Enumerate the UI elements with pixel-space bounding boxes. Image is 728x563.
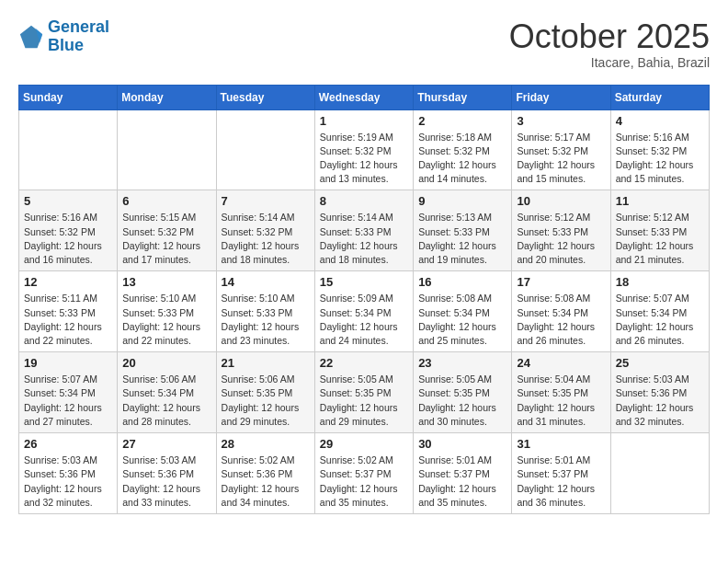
month-title: October 2025 [509,18,710,55]
calendar-cell: 22Sunrise: 5:05 AM Sunset: 5:35 PM Dayli… [314,352,413,433]
calendar-cell [610,433,709,514]
calendar-cell: 11Sunrise: 5:12 AM Sunset: 5:33 PM Dayli… [610,190,709,271]
calendar-cell: 1Sunrise: 5:19 AM Sunset: 5:32 PM Daylig… [314,109,413,190]
weekday-header-row: SundayMondayTuesdayWednesdayThursdayFrid… [19,85,710,109]
location: Itacare, Bahia, Brazil [509,55,710,70]
calendar-cell: 3Sunrise: 5:17 AM Sunset: 5:32 PM Daylig… [512,109,610,190]
weekday-header: Monday [118,85,216,109]
calendar-cell: 5Sunrise: 5:16 AM Sunset: 5:32 PM Daylig… [19,190,118,271]
day-info: Sunrise: 5:03 AM Sunset: 5:36 PM Dayligh… [24,454,112,510]
calendar-cell: 10Sunrise: 5:12 AM Sunset: 5:33 PM Dayli… [512,190,610,271]
calendar-cell: 30Sunrise: 5:01 AM Sunset: 5:37 PM Dayli… [414,433,512,514]
calendar-table: SundayMondayTuesdayWednesdayThursdayFrid… [18,85,710,514]
day-info: Sunrise: 5:05 AM Sunset: 5:35 PM Dayligh… [418,373,506,429]
day-info: Sunrise: 5:01 AM Sunset: 5:37 PM Dayligh… [418,454,506,510]
calendar-cell: 15Sunrise: 5:09 AM Sunset: 5:34 PM Dayli… [314,271,413,352]
logo: General Blue [18,18,109,55]
day-info: Sunrise: 5:06 AM Sunset: 5:35 PM Dayligh… [222,373,310,429]
day-info: Sunrise: 5:10 AM Sunset: 5:33 PM Dayligh… [222,292,310,348]
day-info: Sunrise: 5:19 AM Sunset: 5:32 PM Dayligh… [320,131,408,187]
calendar-week-row: 1Sunrise: 5:19 AM Sunset: 5:32 PM Daylig… [19,109,710,190]
day-info: Sunrise: 5:12 AM Sunset: 5:33 PM Dayligh… [616,211,704,267]
day-number: 11 [616,194,704,208]
day-number: 6 [122,194,210,208]
day-number: 20 [122,356,210,370]
calendar-week-row: 26Sunrise: 5:03 AM Sunset: 5:36 PM Dayli… [19,433,710,514]
day-number: 15 [320,275,408,289]
calendar-cell: 17Sunrise: 5:08 AM Sunset: 5:34 PM Dayli… [512,271,610,352]
day-info: Sunrise: 5:14 AM Sunset: 5:33 PM Dayligh… [320,211,408,267]
day-info: Sunrise: 5:07 AM Sunset: 5:34 PM Dayligh… [24,373,112,429]
calendar-cell: 14Sunrise: 5:10 AM Sunset: 5:33 PM Dayli… [216,271,314,352]
day-info: Sunrise: 5:06 AM Sunset: 5:34 PM Dayligh… [122,373,210,429]
day-info: Sunrise: 5:03 AM Sunset: 5:36 PM Dayligh… [122,454,210,510]
day-info: Sunrise: 5:13 AM Sunset: 5:33 PM Dayligh… [418,211,506,267]
day-number: 12 [24,275,112,289]
calendar-cell: 23Sunrise: 5:05 AM Sunset: 5:35 PM Dayli… [414,352,512,433]
day-info: Sunrise: 5:07 AM Sunset: 5:34 PM Dayligh… [616,292,704,348]
day-number: 23 [418,356,506,370]
day-number: 14 [222,275,310,289]
day-info: Sunrise: 5:10 AM Sunset: 5:33 PM Dayligh… [122,292,210,348]
day-info: Sunrise: 5:12 AM Sunset: 5:33 PM Dayligh… [517,211,605,267]
calendar-cell: 24Sunrise: 5:04 AM Sunset: 5:35 PM Dayli… [512,352,610,433]
day-number: 30 [418,437,506,451]
day-number: 27 [122,437,210,451]
calendar-cell: 9Sunrise: 5:13 AM Sunset: 5:33 PM Daylig… [414,190,512,271]
calendar-cell [118,109,216,190]
title-block: October 2025 Itacare, Bahia, Brazil [509,18,710,70]
day-info: Sunrise: 5:11 AM Sunset: 5:33 PM Dayligh… [24,292,112,348]
weekday-header: Saturday [610,85,709,109]
calendar-cell: 6Sunrise: 5:15 AM Sunset: 5:32 PM Daylig… [118,190,216,271]
day-info: Sunrise: 5:08 AM Sunset: 5:34 PM Dayligh… [517,292,605,348]
calendar-cell [19,109,118,190]
day-number: 3 [517,114,605,128]
weekday-header: Wednesday [314,85,413,109]
calendar-cell: 12Sunrise: 5:11 AM Sunset: 5:33 PM Dayli… [19,271,118,352]
day-number: 18 [616,275,704,289]
day-info: Sunrise: 5:08 AM Sunset: 5:34 PM Dayligh… [418,292,506,348]
day-info: Sunrise: 5:04 AM Sunset: 5:35 PM Dayligh… [517,373,605,429]
calendar-cell: 8Sunrise: 5:14 AM Sunset: 5:33 PM Daylig… [314,190,413,271]
day-number: 10 [517,194,605,208]
day-number: 31 [517,437,605,451]
day-number: 28 [222,437,310,451]
day-info: Sunrise: 5:05 AM Sunset: 5:35 PM Dayligh… [320,373,408,429]
calendar-cell: 29Sunrise: 5:02 AM Sunset: 5:37 PM Dayli… [314,433,413,514]
calendar-cell [216,109,314,190]
day-number: 19 [24,356,112,370]
day-number: 1 [320,114,408,128]
calendar-cell: 27Sunrise: 5:03 AM Sunset: 5:36 PM Dayli… [118,433,216,514]
day-info: Sunrise: 5:15 AM Sunset: 5:32 PM Dayligh… [122,211,210,267]
day-number: 5 [24,194,112,208]
day-info: Sunrise: 5:02 AM Sunset: 5:37 PM Dayligh… [320,454,408,510]
calendar-cell: 26Sunrise: 5:03 AM Sunset: 5:36 PM Dayli… [19,433,118,514]
day-number: 8 [320,194,408,208]
calendar-cell: 2Sunrise: 5:18 AM Sunset: 5:32 PM Daylig… [414,109,512,190]
day-info: Sunrise: 5:16 AM Sunset: 5:32 PM Dayligh… [24,211,112,267]
logo-icon [18,24,44,50]
calendar-week-row: 19Sunrise: 5:07 AM Sunset: 5:34 PM Dayli… [19,352,710,433]
day-number: 25 [616,356,704,370]
calendar-cell: 31Sunrise: 5:01 AM Sunset: 5:37 PM Dayli… [512,433,610,514]
day-info: Sunrise: 5:16 AM Sunset: 5:32 PM Dayligh… [616,131,704,187]
day-number: 21 [222,356,310,370]
calendar-header: SundayMondayTuesdayWednesdayThursdayFrid… [19,85,710,109]
logo-text: General Blue [48,18,109,55]
calendar-cell: 7Sunrise: 5:14 AM Sunset: 5:32 PM Daylig… [216,190,314,271]
calendar-cell: 21Sunrise: 5:06 AM Sunset: 5:35 PM Dayli… [216,352,314,433]
day-number: 22 [320,356,408,370]
weekday-header: Friday [512,85,610,109]
calendar-cell: 16Sunrise: 5:08 AM Sunset: 5:34 PM Dayli… [414,271,512,352]
day-number: 4 [616,114,704,128]
day-info: Sunrise: 5:17 AM Sunset: 5:32 PM Dayligh… [517,131,605,187]
calendar-cell: 20Sunrise: 5:06 AM Sunset: 5:34 PM Dayli… [118,352,216,433]
day-number: 13 [122,275,210,289]
day-number: 16 [418,275,506,289]
calendar-cell: 18Sunrise: 5:07 AM Sunset: 5:34 PM Dayli… [610,271,709,352]
day-info: Sunrise: 5:14 AM Sunset: 5:32 PM Dayligh… [222,211,310,267]
calendar-cell: 13Sunrise: 5:10 AM Sunset: 5:33 PM Dayli… [118,271,216,352]
weekday-header: Tuesday [216,85,314,109]
weekday-header: Thursday [414,85,512,109]
day-info: Sunrise: 5:09 AM Sunset: 5:34 PM Dayligh… [320,292,408,348]
